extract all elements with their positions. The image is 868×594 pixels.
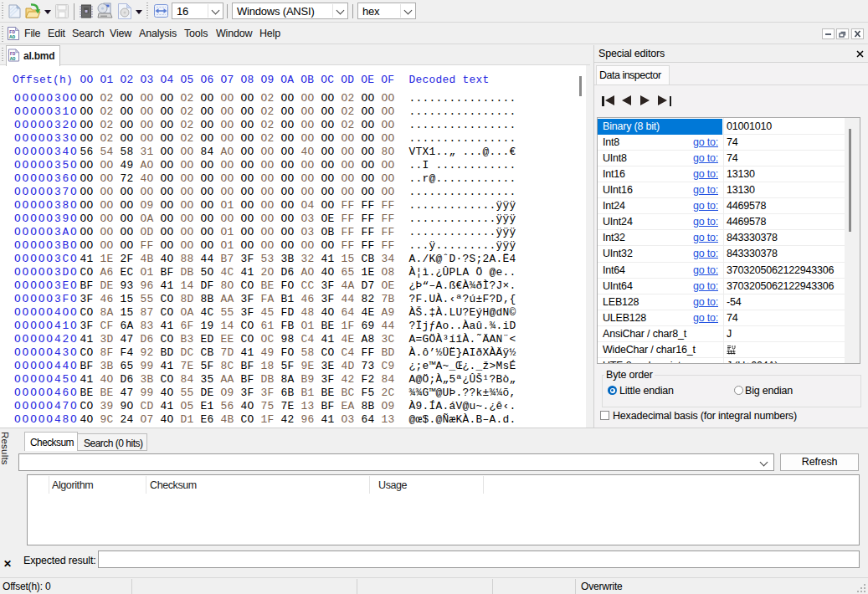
svg-text:AO: AO	[9, 34, 15, 40]
svg-text:AO: AO	[10, 56, 16, 62]
